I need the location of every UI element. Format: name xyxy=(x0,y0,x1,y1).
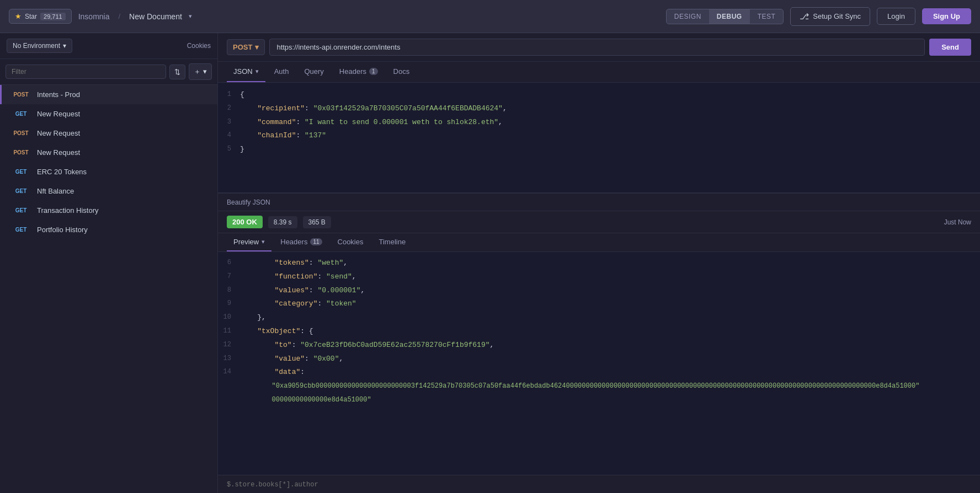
resp-line-number: 12 xyxy=(218,340,240,350)
resp-code-line: 10 }, xyxy=(218,311,980,325)
resp-code-line: 6 "tokens": "weth", xyxy=(218,256,980,270)
method-badge: POST xyxy=(10,90,31,99)
resp-line-content: }, xyxy=(240,312,980,324)
sidebar-item-post-new-request-1[interactable]: POSTNew Request xyxy=(0,124,217,143)
sidebar-item-get-new-request-1[interactable]: GETNew Request xyxy=(0,104,217,124)
response-size: 365 B xyxy=(303,216,331,228)
sidebar-item-label: New Request xyxy=(37,110,80,118)
method-badge: GET xyxy=(10,187,31,195)
resp-code-line: 8 "values": "0.000001", xyxy=(218,284,980,298)
cookies-button[interactable]: Cookies xyxy=(187,42,211,50)
sidebar: No Environment ▾ Cookies ⇅ ＋ ▾ POSTInten… xyxy=(0,33,218,493)
resp-code-line: 14 "data": xyxy=(218,366,980,379)
resp-line-content: "category": "token" xyxy=(240,298,980,310)
resp-tab-timeline[interactable]: Timeline xyxy=(372,233,412,251)
line-number: 1 xyxy=(218,89,240,100)
line-content: "command": "I want to send 0.000001 weth… xyxy=(240,117,980,128)
tab-auth[interactable]: Auth xyxy=(268,62,296,82)
resp-tab-headers[interactable]: Headers11 xyxy=(274,233,328,251)
git-icon: ⎇ xyxy=(800,12,809,22)
send-button[interactable]: Send xyxy=(929,39,971,56)
resp-code-line: 7 "function": "send", xyxy=(218,270,980,284)
method-label: POST xyxy=(233,43,252,51)
code-line: 1{ xyxy=(218,88,980,102)
sidebar-item-get-erc20[interactable]: GETERC 20 Tokens xyxy=(0,162,217,181)
sidebar-item-get-portfolio[interactable]: GETPortfolio History xyxy=(0,220,217,239)
resp-line-number: 11 xyxy=(218,326,240,336)
tab-label: Query xyxy=(304,67,323,76)
resp-tab-label: Timeline xyxy=(379,238,406,246)
sidebar-item-label: Transaction History xyxy=(37,206,99,215)
resp-line-number: 8 xyxy=(218,285,240,296)
resp-tab-cookies[interactable]: Cookies xyxy=(331,233,370,251)
tab-label: Headers xyxy=(339,67,366,76)
git-sync-button[interactable]: ⎇ Setup Git Sync xyxy=(790,7,870,26)
app-name: Insomnia xyxy=(78,12,110,21)
mode-buttons: DESIGN DEBUG TEST xyxy=(666,9,784,24)
tab-label: Docs xyxy=(393,67,410,76)
code-line: 4 "chainId": "137" xyxy=(218,129,980,143)
tab-headers[interactable]: Headers1 xyxy=(333,62,385,82)
request-tabs: JSON▾AuthQueryHeaders1Docs xyxy=(218,62,980,83)
sidebar-item-label: Intents - Prod xyxy=(37,90,80,99)
resp-tab-label: Headers xyxy=(280,238,307,246)
url-input[interactable] xyxy=(269,39,925,56)
design-mode-button[interactable]: DESIGN xyxy=(667,9,709,24)
add-button[interactable]: ＋ ▾ xyxy=(189,63,212,80)
jq-input[interactable] xyxy=(227,481,971,489)
debug-mode-button[interactable]: DEBUG xyxy=(709,9,750,24)
star-button[interactable]: ★ Star 29,711 xyxy=(9,9,72,24)
document-chevron-icon: ▾ xyxy=(189,13,192,20)
signup-button[interactable]: Sign Up xyxy=(922,8,971,24)
star-icon: ★ xyxy=(15,12,22,20)
sidebar-item-label: ERC 20 Tokens xyxy=(37,168,87,176)
tab-docs[interactable]: Docs xyxy=(387,62,417,82)
tab-chevron-icon: ▾ xyxy=(255,68,259,75)
resp-tab-preview[interactable]: Preview▾ xyxy=(227,233,271,251)
line-content: "chainId": "137" xyxy=(240,130,980,142)
environment-selector[interactable]: No Environment ▾ xyxy=(7,39,72,53)
tab-query[interactable]: Query xyxy=(297,62,330,82)
login-button[interactable]: Login xyxy=(877,8,915,25)
sidebar-item-post-new-request-2[interactable]: POSTNew Request xyxy=(0,143,217,162)
star-count: 29,711 xyxy=(40,13,66,20)
resp-line-number: 7 xyxy=(218,271,240,282)
sort-button[interactable]: ⇅ xyxy=(169,65,185,79)
beautify-button[interactable]: Beautify JSON xyxy=(227,199,270,206)
resp-line-number: 13 xyxy=(218,353,240,364)
tab-json[interactable]: JSON▾ xyxy=(227,62,265,82)
resp-line-content: "to": "0x7ceB23fD6bC0adD59E62ac25578270c… xyxy=(240,340,980,351)
method-badge: GET xyxy=(10,206,31,215)
method-selector[interactable]: POST ▾ xyxy=(227,39,265,55)
status-badge: 200 OK xyxy=(227,216,263,228)
tab-label: JSON xyxy=(233,67,253,76)
resp-line-content: "value": "0x00", xyxy=(240,353,980,365)
resp-tab-chevron-icon: ▾ xyxy=(262,238,265,245)
resp-tab-badge: 11 xyxy=(310,238,322,245)
nav-separator: / xyxy=(118,12,120,20)
sidebar-item-intents-prod[interactable]: POSTIntents - Prod xyxy=(0,85,217,104)
sidebar-item-label: Nft Balance xyxy=(37,187,74,195)
test-mode-button[interactable]: TEST xyxy=(750,9,784,24)
method-badge: POST xyxy=(10,148,31,157)
resp-line-content: "function": "send", xyxy=(240,271,980,283)
line-content: "recipient": "0x03f142529a7B70305C07a50f… xyxy=(240,103,980,115)
sidebar-item-label: New Request xyxy=(37,129,80,137)
document-name: New Document xyxy=(129,12,182,21)
filter-input[interactable] xyxy=(6,65,166,79)
resp-code-line: 12 "to": "0x7ceB23fD6bC0adD59E62ac255782… xyxy=(218,339,980,352)
resp-tab-label: Cookies xyxy=(338,238,364,246)
resp-line-number: 14 xyxy=(218,367,240,377)
content-area: POST ▾ Send JSON▾AuthQueryHeaders1Docs 1… xyxy=(218,33,980,493)
resp-line-content: "data": xyxy=(240,367,980,378)
sidebar-items: POSTIntents - ProdGETNew RequestPOSTNew … xyxy=(0,85,217,493)
main-layout: No Environment ▾ Cookies ⇅ ＋ ▾ POSTInten… xyxy=(0,33,980,493)
star-label: Star xyxy=(25,13,37,20)
jq-bar xyxy=(218,475,980,493)
sidebar-item-get-tx-history[interactable]: GETTransaction History xyxy=(0,201,217,220)
method-badge: GET xyxy=(10,110,31,118)
sidebar-item-get-nft[interactable]: GETNft Balance xyxy=(0,181,217,201)
resp-code-line: 11 "txObject": { xyxy=(218,325,980,339)
resp-line-content: "txObject": { xyxy=(240,326,980,337)
method-badge: GET xyxy=(10,226,31,234)
